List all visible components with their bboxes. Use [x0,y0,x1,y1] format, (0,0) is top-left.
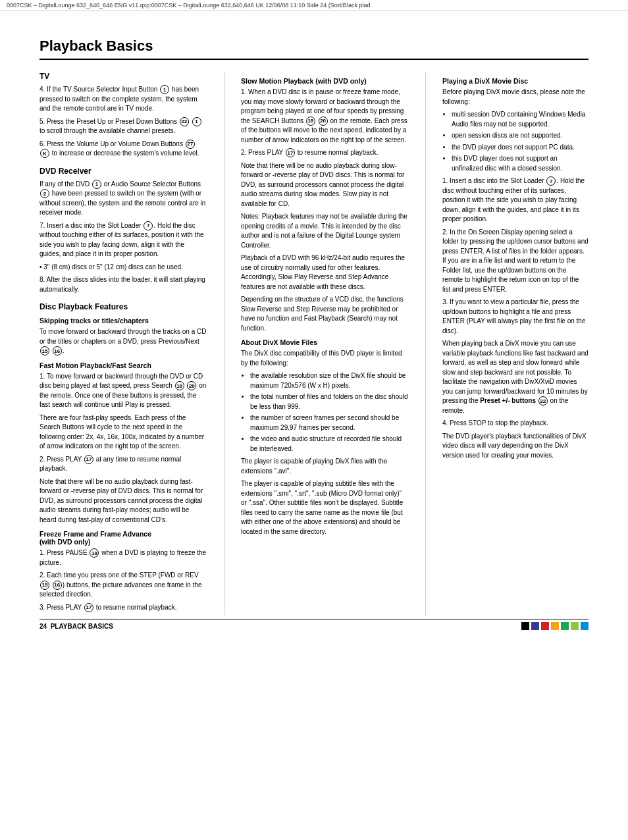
icon-preset-22: 22 [538,396,548,406]
divx-playing-bullet-1: multi session DVD containing Windows Med… [452,110,589,129]
freeze-1: 1. Press PAUSE 18 when a DVD is playing … [39,548,207,567]
square-black [521,622,529,630]
about-divx-heading: About DivX Movie Files [241,338,409,346]
freeze-heading: Freeze Frame and Frame Advance(with DVD … [39,530,207,546]
skipping-text: To move forward or backward through the … [39,327,207,356]
footer-page-number: 24 [39,623,47,630]
icon-step-16: 16 [53,581,62,590]
fast-motion-speeds: There are four fast-play speeds. Each pr… [39,413,207,452]
slow-motion-note: Note that there will be no audio playbac… [241,161,409,209]
icon-7: 7 [144,221,153,230]
icon-play-ff: 17 [84,603,93,612]
square-blue [531,622,539,630]
square-red [541,622,549,630]
icon-1: 1 [160,85,169,94]
dvd-player-text: The DVD player's playback functionalitie… [442,432,589,461]
header-text: 0007CSK – DigitalLounge 632_640_646 ENG … [7,2,370,9]
icon-dvd-1: 1 [92,180,101,189]
divx-intro: The DivX disc compatibility of this DVD … [241,349,409,368]
slow-motion-2: 2. Press PLAY 17 to resume normal playba… [241,148,409,158]
icon-27: 27 [186,140,195,149]
content-columns: TV 4. If the TV Source Selector Input Bu… [39,72,589,616]
icon-pause-18: 18 [90,548,99,558]
vcd-text: Depending on the structure of a VCD disc… [241,295,409,333]
left-column: TV 4. If the TV Source Selector Input Bu… [39,72,207,616]
fast-motion-note: Note that there will be no audio playbac… [39,477,207,525]
divx-step-3: 3. If you want to view a particular file… [442,298,589,336]
fast-motion-1: 1. To move forward or backward through t… [39,372,207,410]
col-divider-2 [425,72,426,616]
icon-k: K [40,149,49,158]
dvd-receiver-text: If any of the DVD 1 or Audio Source Sele… [39,180,207,218]
footer-page: 24 PLAYBACK BASICS [39,623,113,630]
footer: 24 PLAYBACK BASICS [39,619,589,630]
skipping-heading: Skipping tracks or titles/chapters [39,317,207,325]
square-yellow [551,622,559,630]
divx-step-1: 1. Insert a disc into the Slot Loader 7.… [442,176,589,224]
right-column: Playing a DivX Movie Disc Before playing… [442,72,589,616]
icon-play-sm: 17 [286,148,295,157]
icon-slot-7: 7 [546,176,556,186]
subtitle-text: The player is capable of playing subtitl… [241,479,409,537]
playing-divx-bullets: multi session DVD containing Windows Med… [452,110,589,173]
divx-playing-bullet-2: open session discs are not supported. [452,131,589,141]
footer-color-squares [521,622,589,630]
icon-22a: 22 [180,117,189,126]
square-green [561,622,569,630]
divx-bullets-list: the available resolution size of the Div… [250,371,409,454]
icon-20: 20 [187,381,196,390]
divx-step-2: 2. In the On Screen Display opening sele… [442,228,589,295]
icon-dvd-2: 2 [40,189,49,198]
footer-section-label: PLAYBACK BASICS [51,623,113,630]
header-bar: 0007CSK – DigitalLounge 632_640_646 ENG … [0,0,628,11]
freeze-3: 3. Press PLAY 17 to resume normal playba… [39,603,207,613]
dvd-item-8: 8. After the discs slides into the loade… [39,275,207,294]
dvd-item-7: 7. Insert a disc into the Slot Loader 7.… [39,221,207,259]
tv-item-6: 6. Press the Volume Up or Volume Down Bu… [39,140,207,159]
slow-motion-heading: Slow Motion Playback (with DVD only) [241,77,409,85]
divx-bullet-4: the video and audio structure of recorde… [250,434,409,454]
fast-motion-2: 2. Press PLAY 17 at any time to resume n… [39,455,207,474]
icon-step-15: 15 [40,581,49,590]
col-divider-1 [224,72,224,616]
divx-bullet-1: the available resolution size of the Div… [250,371,409,390]
icon-1b: 1 [192,117,201,126]
icon-play-17: 17 [84,455,93,464]
fast-motion-heading: Fast Motion Playback/Fast Search [39,361,207,369]
divx-bullet-3: the number of screen frames per second s… [250,413,409,433]
tv-item-4: 4. If the TV Source Selector Input Butto… [39,85,207,114]
playing-divx-intro: Before playing DivX movie discs, please … [442,88,589,107]
icon-18: 18 [175,381,184,390]
variable-playback-text: When playing back a DivX movie you can u… [442,339,589,415]
slow-motion-1: 1. When a DVD disc is in pause or freeze… [241,88,409,145]
page-title: Playback Basics [39,38,589,60]
freeze-2: 2. Each time you press one of the STEP (… [39,571,207,600]
icon-sm-20: 20 [319,117,328,126]
icon-sm-18: 18 [306,117,315,126]
square-lime [571,622,579,630]
divx-playing-bullet-4: this DVD player does not support an unfi… [452,154,589,173]
square-cyan [581,622,589,630]
tv-heading: TV [39,72,207,81]
disc-playback-heading: Disc Playback Features [39,302,207,311]
dvd-item-disc-size: • 3" (8 cm) discs or 5" (12 cm) discs ca… [39,263,207,273]
mid-column: Slow Motion Playback (with DVD only) 1. … [241,72,409,616]
tv-item-5: 5. Press the Preset Up or Preset Down Bu… [39,117,207,136]
icon-16: 16 [53,346,62,355]
press-stop-text: 4. Press STOP to stop the playback. [442,419,589,429]
notes-text: Notes: Playback features may not be avai… [241,212,409,250]
player-capable-text: The player is capable of playing DivX fi… [241,457,409,476]
divx-playing-bullet-3: the DVD player does not support PC data. [452,143,589,153]
playback-dvd-text: Playback of a DVD with 96 kHz/24-bit aud… [241,253,409,292]
page: 0007CSK – DigitalLounge 632_640_646 ENG … [0,0,628,840]
divx-bullet-2: the total number of files and folders on… [250,392,409,411]
dvd-receiver-heading: DVD Receiver [39,167,207,176]
icon-15: 15 [40,346,49,355]
main-content: Playback Basics TV 4. If the TV Source S… [0,11,628,642]
playing-divx-heading: Playing a DivX Movie Disc [442,77,589,85]
